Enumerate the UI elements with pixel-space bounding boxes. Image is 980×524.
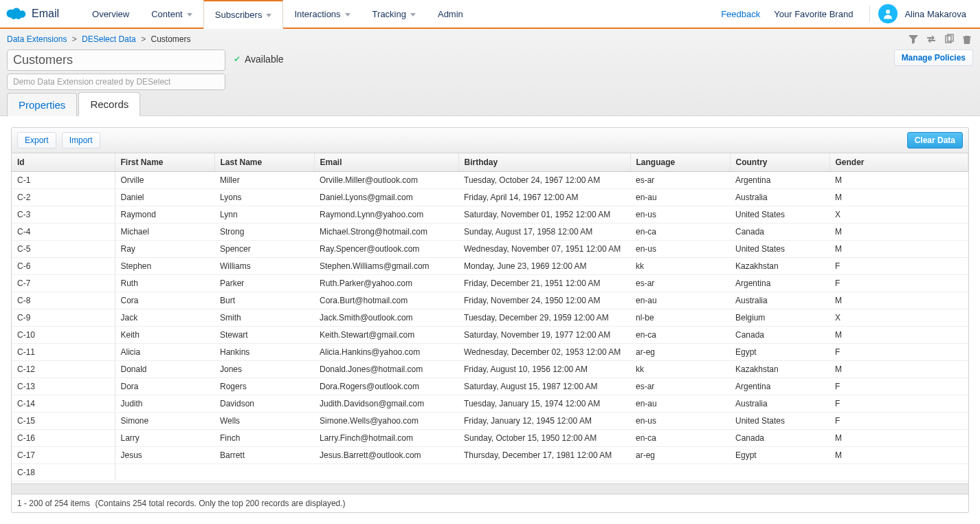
- breadcrumb-link[interactable]: DESelect Data: [82, 34, 136, 44]
- table-row[interactable]: C-8CoraBurtCora.Burt@hotmail.comFriday, …: [12, 292, 968, 309]
- cell-country: Canada: [730, 223, 829, 241]
- table-row[interactable]: C-4MichaelStrongMichael.Strong@hotmail.c…: [12, 223, 968, 241]
- cell-id: C-13: [12, 378, 115, 395]
- transfer-icon[interactable]: [925, 33, 937, 45]
- cell-language: kk: [630, 361, 730, 378]
- nav-tab-interactions[interactable]: Interactions: [283, 0, 361, 28]
- import-button[interactable]: Import: [62, 132, 100, 149]
- table-row[interactable]: C-5RaySpencerRay.Spencer@outlook.comWedn…: [12, 241, 968, 258]
- table-row[interactable]: C-2DanielLyonsDaniel.Lyons@gmail.comFrid…: [12, 189, 968, 206]
- divider: [869, 6, 870, 22]
- cell-id: C-12: [12, 361, 115, 378]
- table-row[interactable]: C-10KeithStewartKeith.Stewart@gmail.comS…: [12, 327, 968, 344]
- cell-id: C-5: [12, 241, 115, 258]
- cell-first-name: Daniel: [115, 189, 214, 206]
- col-email[interactable]: Email: [314, 153, 458, 172]
- cell-id: C-9: [12, 309, 115, 327]
- table-row[interactable]: C-12DonaldJonesDonald.Jones@hotmail.comF…: [12, 361, 968, 378]
- table-row[interactable]: C-17JesusBarrettJesus.Barrett@outlook.co…: [12, 447, 968, 464]
- cell-language: ar-eg: [630, 344, 730, 361]
- col-first-name[interactable]: First Name: [115, 153, 214, 172]
- nav-tab-label: Tracking: [372, 9, 406, 19]
- description-field[interactable]: [7, 74, 225, 90]
- copy-icon[interactable]: [943, 33, 955, 45]
- cell-first-name: Jesus: [115, 447, 214, 464]
- cell-first-name: Simone: [115, 413, 214, 430]
- cell-email: Alicia.Hankins@yahoo.com: [314, 344, 458, 361]
- nav-tab-content[interactable]: Content: [140, 0, 203, 28]
- cell-last-name: Davidson: [214, 395, 314, 413]
- cell-id: C-6: [12, 258, 115, 275]
- tab-properties[interactable]: Properties: [7, 93, 77, 116]
- nav-tab-label: Overview: [92, 9, 129, 19]
- table-row[interactable]: C-18: [12, 464, 968, 481]
- pager-note: (Contains 254 total records. Only the to…: [95, 499, 345, 508]
- app-name: Email: [32, 8, 59, 20]
- cell-last-name: Barrett: [214, 447, 314, 464]
- col-id[interactable]: Id: [12, 153, 115, 172]
- trash-icon[interactable]: [961, 33, 973, 45]
- cell-email: Stephen.Williams@gmail.com: [314, 258, 458, 275]
- tab-records[interactable]: Records: [78, 92, 140, 116]
- table-row[interactable]: C-7RuthParkerRuth.Parker@yahoo.comFriday…: [12, 275, 968, 292]
- cell-gender: M: [829, 189, 968, 206]
- username[interactable]: Alina Makarova: [900, 9, 966, 19]
- cell-email: Cora.Burt@hotmail.com: [314, 292, 458, 309]
- table-row[interactable]: C-6StephenWilliamsStephen.Williams@gmail…: [12, 258, 968, 275]
- manage-policies-button[interactable]: Manage Policies: [894, 50, 973, 66]
- cell-birthday: Sunday, October 15, 1950 12:00 AM: [458, 430, 630, 447]
- cell-id: C-10: [12, 327, 115, 344]
- user-avatar[interactable]: [878, 4, 898, 23]
- cell-first-name: Judith: [115, 395, 214, 413]
- nav-tab-label: Subscribers: [215, 10, 263, 20]
- table-row[interactable]: C-9JackSmithJack.Smith@outlook.comTuesda…: [12, 309, 968, 327]
- table-row[interactable]: C-15SimoneWellsSimone.Wells@yahoo.comFri…: [12, 413, 968, 430]
- clear-data-button[interactable]: Clear Data: [907, 132, 963, 149]
- cell-language: es-ar: [630, 378, 730, 395]
- cell-country: Australia: [730, 395, 829, 413]
- col-language[interactable]: Language: [630, 153, 730, 172]
- title-field[interactable]: [7, 50, 225, 71]
- top-nav: Email OverviewContentSubscribersInteract…: [0, 0, 980, 29]
- col-last-name[interactable]: Last Name: [214, 153, 314, 172]
- brand-label: Your Favorite Brand: [774, 9, 853, 19]
- cell-last-name: Strong: [214, 223, 314, 241]
- check-icon: ✔: [234, 54, 241, 64]
- records-table-scroll[interactable]: Id First Name Last Name Email Birthday L…: [12, 153, 968, 483]
- cell-birthday: Thursday, December 17, 1981 12:00 AM: [458, 447, 630, 464]
- table-row[interactable]: C-1OrvilleMillerOrville.Miller@outlook.c…: [12, 172, 968, 189]
- cell-language: en-ca: [630, 430, 730, 447]
- nav-tab-tracking[interactable]: Tracking: [361, 0, 427, 28]
- cell-birthday: Sunday, August 17, 1958 12:00 AM: [458, 223, 630, 241]
- table-row[interactable]: C-16LarryFinchLarry.Finch@hotmail.comSun…: [12, 430, 968, 447]
- filter-icon[interactable]: [907, 33, 920, 45]
- nav-tab-overview[interactable]: Overview: [81, 0, 140, 28]
- table-row[interactable]: C-11AliciaHankinsAlicia.Hankins@yahoo.co…: [12, 344, 968, 361]
- col-gender[interactable]: Gender: [829, 153, 968, 172]
- table-row[interactable]: C-14JudithDavidsonJudith.Davidson@gmail.…: [12, 395, 968, 413]
- brand-switcher[interactable]: Your Favorite Brand: [770, 9, 861, 19]
- export-button[interactable]: Export: [17, 132, 56, 149]
- status-label: Available: [245, 54, 284, 65]
- cell-gender: M: [829, 223, 968, 241]
- horizontal-scrollbar[interactable]: [12, 483, 968, 494]
- nav-tab-label: Content: [151, 9, 183, 19]
- col-country[interactable]: Country: [730, 153, 829, 172]
- cell-last-name: Burt: [214, 292, 314, 309]
- cell-last-name: [214, 464, 314, 481]
- nav-tab-admin[interactable]: Admin: [427, 0, 474, 28]
- feedback-link[interactable]: Feedback: [714, 9, 767, 19]
- cell-language: es-ar: [630, 275, 730, 292]
- breadcrumb-sep: >: [72, 34, 77, 44]
- col-birthday[interactable]: Birthday: [458, 153, 630, 172]
- table-row[interactable]: C-3RaymondLynnRaymond.Lynn@yahoo.comSatu…: [12, 206, 968, 223]
- cell-language: en-ca: [630, 223, 730, 241]
- cell-last-name: Parker: [214, 275, 314, 292]
- breadcrumb-link[interactable]: Data Extensions: [7, 34, 67, 44]
- nav-tab-subscribers[interactable]: Subscribers: [203, 0, 284, 29]
- cell-last-name: Lynn: [214, 206, 314, 223]
- table-row[interactable]: C-13DoraRogersDora.Rogers@outlook.comSat…: [12, 378, 968, 395]
- cell-last-name: Finch: [214, 430, 314, 447]
- cell-last-name: Spencer: [214, 241, 314, 258]
- cell-email: Orville.Miller@outlook.com: [314, 172, 458, 189]
